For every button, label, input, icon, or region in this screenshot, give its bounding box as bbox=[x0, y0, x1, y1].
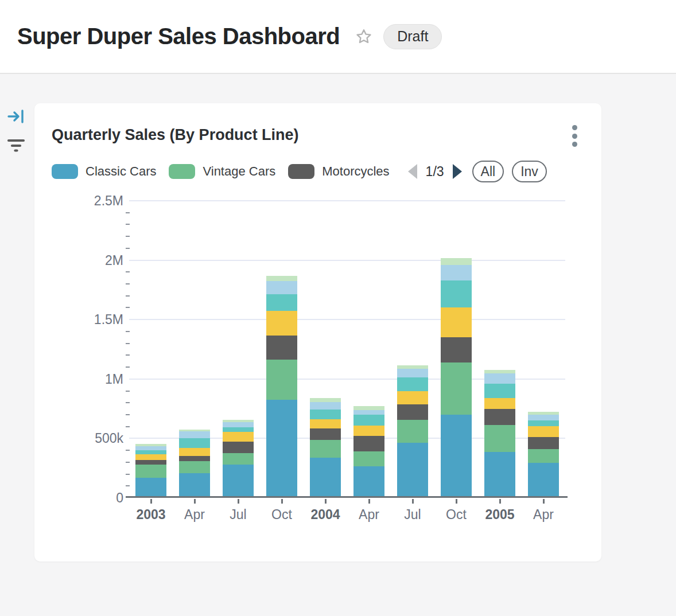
x-axis-tick bbox=[499, 499, 501, 504]
bar-segment-vintage-cars[interactable] bbox=[266, 360, 297, 400]
bar-segment-motorcycles[interactable] bbox=[528, 437, 559, 449]
bar-segment-series-6[interactable] bbox=[397, 369, 428, 377]
bar-segment-series-6[interactable] bbox=[179, 431, 210, 438]
bar-column bbox=[216, 420, 260, 497]
bar-segment-series-4[interactable] bbox=[310, 419, 341, 428]
bar-6-jul bbox=[397, 365, 428, 497]
bar-segment-classic-cars[interactable] bbox=[135, 478, 166, 497]
bar-segment-vintage-cars[interactable] bbox=[528, 449, 559, 463]
bar-segment-classic-cars[interactable] bbox=[310, 458, 341, 497]
bar-segment-series-6[interactable] bbox=[441, 265, 472, 280]
bar-segment-series-6[interactable] bbox=[223, 422, 254, 427]
y-minor-tick bbox=[126, 402, 130, 403]
bar-segment-series-4[interactable] bbox=[484, 398, 515, 409]
bar-segment-series-4[interactable] bbox=[179, 448, 210, 455]
legend-item-vintage-cars[interactable]: Vintage Cars bbox=[169, 164, 275, 179]
bar-segment-series-6[interactable] bbox=[266, 281, 297, 294]
favorite-button[interactable] bbox=[355, 28, 373, 46]
bar-segment-series-4[interactable] bbox=[441, 307, 472, 337]
bar-segment-series-5[interactable] bbox=[441, 280, 472, 307]
bar-segment-vintage-cars[interactable] bbox=[179, 461, 210, 473]
x-axis-label: Jul bbox=[391, 507, 434, 523]
bar-column bbox=[434, 258, 478, 497]
bar-segment-series-5[interactable] bbox=[135, 450, 166, 454]
bar-segment-motorcycles[interactable] bbox=[266, 336, 297, 360]
bar-segment-series-5[interactable] bbox=[266, 294, 297, 311]
bar-segment-vintage-cars[interactable] bbox=[353, 451, 384, 466]
x-axis-label: Oct bbox=[434, 507, 478, 523]
bar-segment-motorcycles[interactable] bbox=[397, 404, 428, 420]
y-minor-tick bbox=[126, 236, 130, 237]
bar-segment-series-4[interactable] bbox=[135, 454, 166, 460]
x-tick-cell bbox=[216, 499, 260, 504]
bar-segment-classic-cars[interactable] bbox=[441, 415, 472, 497]
bar-segment-series-7[interactable] bbox=[441, 258, 472, 265]
bar-9-apr bbox=[528, 412, 559, 497]
legend-item-classic-cars[interactable]: Classic Cars bbox=[52, 164, 156, 179]
bar-segment-series-5[interactable] bbox=[353, 415, 384, 426]
x-tick-cell bbox=[478, 499, 522, 504]
bar-segment-series-7[interactable] bbox=[353, 406, 384, 410]
bar-segment-vintage-cars[interactable] bbox=[484, 425, 515, 452]
y-minor-tick bbox=[126, 450, 130, 451]
y-minor-tick bbox=[126, 426, 130, 427]
legend-item-motorcycles[interactable]: Motorcycles bbox=[288, 164, 389, 179]
bar-column bbox=[522, 412, 565, 497]
y-minor-tick bbox=[126, 343, 130, 344]
bar-segment-series-4[interactable] bbox=[223, 432, 254, 442]
y-minor-tick bbox=[126, 331, 130, 332]
bar-segment-series-4[interactable] bbox=[528, 426, 559, 437]
bar-segment-vintage-cars[interactable] bbox=[397, 420, 428, 443]
bar-2-jul bbox=[223, 420, 254, 497]
bar-segment-motorcycles[interactable] bbox=[135, 460, 166, 465]
bar-segment-series-5[interactable] bbox=[528, 420, 559, 426]
chevron-left-icon[interactable] bbox=[408, 164, 417, 179]
bar-segment-motorcycles[interactable] bbox=[484, 409, 515, 425]
bar-segment-classic-cars[interactable] bbox=[484, 452, 515, 497]
y-minor-tick bbox=[126, 212, 130, 213]
bar-segment-vintage-cars[interactable] bbox=[135, 465, 166, 478]
bar-segment-motorcycles[interactable] bbox=[223, 442, 254, 453]
bar-segment-motorcycles[interactable] bbox=[353, 436, 384, 451]
bar-segment-classic-cars[interactable] bbox=[179, 473, 210, 498]
bar-segment-series-4[interactable] bbox=[353, 426, 384, 436]
bar-segment-series-7[interactable] bbox=[266, 276, 297, 280]
bar-segment-classic-cars[interactable] bbox=[397, 443, 428, 497]
bar-segment-series-6[interactable] bbox=[484, 373, 515, 384]
bar-segment-series-5[interactable] bbox=[223, 427, 254, 432]
select-all-button[interactable]: All bbox=[472, 161, 504, 182]
bar-segment-series-5[interactable] bbox=[397, 377, 428, 391]
bar-segment-series-4[interactable] bbox=[397, 391, 428, 404]
bar-segment-motorcycles[interactable] bbox=[441, 337, 472, 362]
bar-segment-motorcycles[interactable] bbox=[179, 456, 210, 462]
bar-segment-classic-cars[interactable] bbox=[223, 465, 254, 497]
y-minor-tick bbox=[126, 307, 130, 308]
chevron-right-icon[interactable] bbox=[453, 164, 462, 179]
bar-segment-vintage-cars[interactable] bbox=[223, 453, 254, 465]
bar-segment-classic-cars[interactable] bbox=[353, 466, 384, 497]
x-tick-cell bbox=[347, 499, 391, 504]
x-axis-line bbox=[126, 496, 568, 498]
bar-segment-series-5[interactable] bbox=[179, 438, 210, 448]
x-axis-label: 2003 bbox=[129, 507, 173, 523]
x-axis-tick bbox=[194, 499, 196, 504]
x-axis-tick bbox=[281, 499, 283, 504]
bar-segment-series-6[interactable] bbox=[353, 410, 384, 415]
expand-panel-button[interactable] bbox=[7, 108, 25, 127]
bar-segment-series-6[interactable] bbox=[135, 446, 166, 450]
bar-segment-series-4[interactable] bbox=[266, 311, 297, 336]
invert-selection-button[interactable]: Inv bbox=[512, 161, 547, 182]
filter-button[interactable] bbox=[7, 138, 25, 156]
bar-segment-series-5[interactable] bbox=[484, 384, 515, 398]
bar-segment-series-6[interactable] bbox=[310, 402, 341, 410]
bar-column bbox=[173, 430, 216, 497]
bar-segment-series-6[interactable] bbox=[528, 415, 559, 420]
bar-segment-motorcycles[interactable] bbox=[310, 428, 341, 439]
bar-segment-classic-cars[interactable] bbox=[528, 463, 559, 497]
bar-segment-series-5[interactable] bbox=[310, 410, 341, 419]
bar-segment-series-7[interactable] bbox=[310, 398, 341, 402]
bar-segment-vintage-cars[interactable] bbox=[441, 362, 472, 415]
bar-segment-classic-cars[interactable] bbox=[266, 400, 297, 497]
bar-segment-vintage-cars[interactable] bbox=[310, 440, 341, 458]
card-menu-button[interactable] bbox=[570, 125, 578, 147]
